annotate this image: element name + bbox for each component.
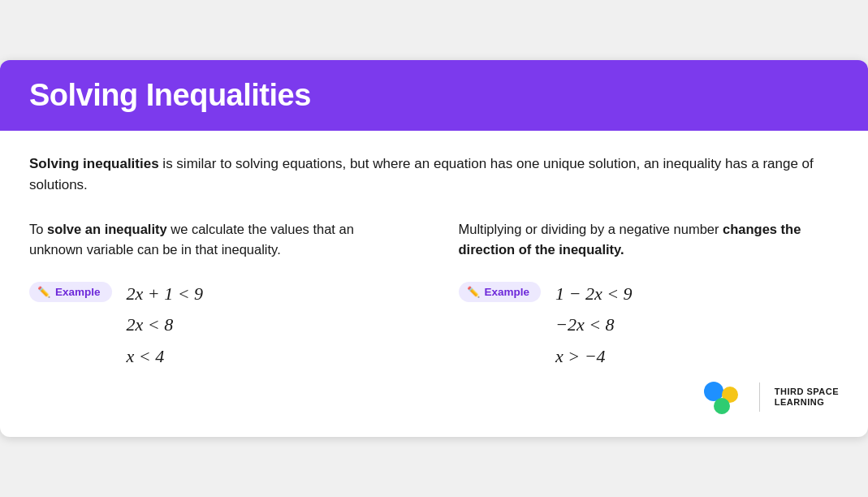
- col1-plain: To: [29, 222, 47, 236]
- col2-math-steps: 1 − 2x < 9 −2x < 8 x > −4: [555, 279, 632, 373]
- col1-example-label: Example: [55, 286, 101, 298]
- column-2: Multiplying or dividing by a negative nu…: [443, 219, 840, 415]
- logo-text: THIRD SPACE LEARNING: [775, 387, 839, 408]
- logo-row: THIRD SPACE LEARNING: [459, 380, 840, 414]
- col2-plain: Multiplying or dividing by a negative nu…: [459, 222, 723, 236]
- col2-example-badge: ✏️ Example: [459, 282, 542, 302]
- col1-bold: solve an inequality: [47, 222, 167, 236]
- pencil-icon: ✏️: [37, 286, 50, 298]
- col1-example-badge: ✏️ Example: [29, 282, 112, 302]
- column-1: To solve an inequality we calculate the …: [29, 219, 443, 415]
- tsl-logo-icon: [702, 380, 745, 414]
- col1-math-line2: 2x < 8: [127, 309, 203, 341]
- page-title: Solving Inequalities: [29, 78, 839, 113]
- col2-pencil-icon: ✏️: [467, 286, 480, 298]
- col1-math-line1: 2x + 1 < 9: [127, 279, 203, 310]
- col2-example-label: Example: [485, 286, 530, 298]
- col2-math-line1: 1 − 2x < 9: [555, 279, 632, 310]
- col1-math-line3: x < 4: [127, 341, 203, 373]
- logo-divider: [759, 382, 760, 412]
- logo-area: THIRD SPACE LEARNING: [702, 380, 839, 414]
- col1-math-steps: 2x + 1 < 9 2x < 8 x < 4: [127, 279, 203, 373]
- col2-math-line3: x > −4: [555, 341, 632, 373]
- header-section: Solving Inequalities: [0, 60, 868, 131]
- svg-point-2: [714, 398, 730, 414]
- col1-text: To solve an inequality we calculate the …: [29, 219, 410, 261]
- logo-line1: THIRD SPACE: [775, 387, 839, 397]
- col2-math-line2: −2x < 8: [555, 309, 632, 341]
- intro-paragraph: Solving inequalities is similar to solvi…: [29, 153, 839, 197]
- logo-line2: LEARNING: [775, 397, 839, 408]
- intro-bold: Solving inequalities: [29, 156, 159, 171]
- col2-text: Multiplying or dividing by a negative nu…: [459, 219, 840, 261]
- content-section: Solving inequalities is similar to solvi…: [0, 131, 868, 437]
- col1-example-block: ✏️ Example 2x + 1 < 9 2x < 8 x < 4: [29, 279, 410, 373]
- col2-example-block: ✏️ Example 1 − 2x < 9 −2x < 8 x > −4: [459, 279, 840, 373]
- two-column-layout: To solve an inequality we calculate the …: [29, 219, 839, 415]
- main-card: Solving Inequalities Solving inequalitie…: [0, 60, 868, 437]
